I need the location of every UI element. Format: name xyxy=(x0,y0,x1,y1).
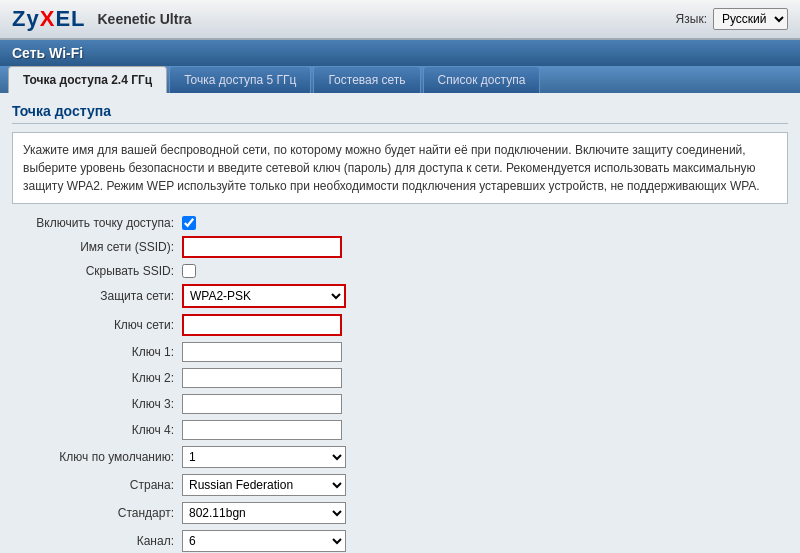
main-content: Точка доступа Укажите имя для вашей бесп… xyxy=(0,93,800,553)
form-area: Включить точку доступа: Имя сети (SSID):… xyxy=(12,216,788,553)
ssid-row: Имя сети (SSID): xyxy=(22,236,778,258)
ssid-input[interactable] xyxy=(182,236,342,258)
key3-input[interactable] xyxy=(182,394,342,414)
description-text: Укажите имя для вашей беспроводной сети,… xyxy=(23,143,760,193)
logo-area: ZyXEL Keenetic Ultra xyxy=(12,6,192,32)
key4-label: Ключ 4: xyxy=(22,423,182,437)
tab-bar: Точка доступа 2.4 ГГц Точка доступа 5 ГГ… xyxy=(0,66,800,93)
key-row: Ключ сети: xyxy=(22,314,778,336)
enable-ap-checkbox[interactable] xyxy=(182,216,196,230)
security-select[interactable]: WPA2-PSK WPA-PSK WEP Нет xyxy=(182,284,346,308)
key1-input[interactable] xyxy=(182,342,342,362)
hide-ssid-checkbox[interactable] xyxy=(182,264,196,278)
key-label: Ключ сети: xyxy=(22,318,182,332)
key3-row: Ключ 3: xyxy=(22,394,778,414)
standard-select[interactable]: 802.11bgn 802.11bg 802.11b 802.11n xyxy=(182,502,346,524)
tab-5ghz[interactable]: Точка доступа 5 ГГц xyxy=(169,66,311,93)
key4-row: Ключ 4: xyxy=(22,420,778,440)
sub-header: Сеть Wi-Fi xyxy=(0,40,800,66)
key1-label: Ключ 1: xyxy=(22,345,182,359)
default-key-select[interactable]: 1 2 3 4 xyxy=(182,446,346,468)
tab-24ghz[interactable]: Точка доступа 2.4 ГГц xyxy=(8,66,167,93)
key2-label: Ключ 2: xyxy=(22,371,182,385)
language-selector-area: Язык: Русский xyxy=(676,8,788,30)
standard-label: Стандарт: xyxy=(22,506,182,520)
country-row: Страна: Russian Federation xyxy=(22,474,778,496)
tab-guest[interactable]: Гостевая сеть xyxy=(313,66,420,93)
channel-row: Канал: 123 456 789 10111213 xyxy=(22,530,778,552)
country-select[interactable]: Russian Federation xyxy=(182,474,346,496)
zyxel-logo: ZyXEL xyxy=(12,6,86,32)
channel-label: Канал: xyxy=(22,534,182,548)
default-key-row: Ключ по умолчанию: 1 2 3 4 xyxy=(22,446,778,468)
model-name: Keenetic Ultra xyxy=(98,11,192,27)
key1-row: Ключ 1: xyxy=(22,342,778,362)
section-title: Точка доступа xyxy=(12,103,788,124)
key3-label: Ключ 3: xyxy=(22,397,182,411)
security-row: Защита сети: WPA2-PSK WPA-PSK WEP Нет xyxy=(22,284,778,308)
tab-access-list[interactable]: Список доступа xyxy=(423,66,541,93)
description-box: Укажите имя для вашей беспроводной сети,… xyxy=(12,132,788,204)
default-key-label: Ключ по умолчанию: xyxy=(22,450,182,464)
enable-ap-label: Включить точку доступа: xyxy=(22,216,182,230)
key2-input[interactable] xyxy=(182,368,342,388)
key4-input[interactable] xyxy=(182,420,342,440)
key2-row: Ключ 2: xyxy=(22,368,778,388)
enable-ap-row: Включить точку доступа: xyxy=(22,216,778,230)
key-input[interactable] xyxy=(182,314,342,336)
country-label: Страна: xyxy=(22,478,182,492)
hide-ssid-label: Скрывать SSID: xyxy=(22,264,182,278)
language-select[interactable]: Русский xyxy=(713,8,788,30)
header: ZyXEL Keenetic Ultra Язык: Русский xyxy=(0,0,800,40)
security-label: Защита сети: xyxy=(22,289,182,303)
standard-row: Стандарт: 802.11bgn 802.11bg 802.11b 802… xyxy=(22,502,778,524)
hide-ssid-row: Скрывать SSID: xyxy=(22,264,778,278)
ssid-label: Имя сети (SSID): xyxy=(22,240,182,254)
channel-select[interactable]: 123 456 789 10111213 xyxy=(182,530,346,552)
page-title: Сеть Wi-Fi xyxy=(12,45,83,61)
lang-label: Язык: xyxy=(676,12,707,26)
